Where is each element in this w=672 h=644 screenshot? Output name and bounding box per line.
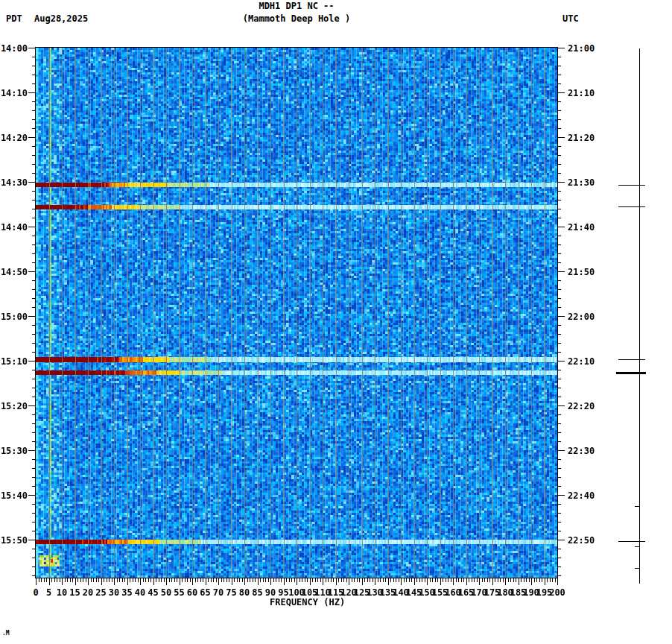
y-axis-tick-left: [32, 253, 36, 254]
y-axis-tick-left: [32, 486, 36, 487]
x-axis-tick: [545, 578, 545, 585]
page-subtitle: (Mammoth Deep Hole ): [36, 14, 557, 24]
y-axis-tick-right: [557, 83, 561, 84]
x-axis-tick: [174, 578, 175, 582]
x-axis-tick: [484, 578, 485, 582]
y-axis-tick-left: [32, 57, 36, 57]
y-axis-tick-right: [557, 343, 561, 344]
y-axis-tick-left: [32, 155, 36, 156]
x-axis-tick: [320, 578, 321, 582]
x-axis-tick: [203, 578, 203, 582]
x-axis-tick: [338, 578, 339, 582]
x-axis-tick: [70, 578, 71, 582]
y-axis-tick-right: [557, 137, 565, 138]
y-axis-tick-right: [557, 110, 561, 111]
x-axis-tick: [508, 578, 509, 582]
y-axis-tick-right: [557, 253, 561, 254]
y-axis-tick-right: [557, 361, 565, 362]
x-axis-tick: [516, 578, 516, 582]
x-axis-tick: [86, 578, 86, 582]
x-axis-tick: [60, 578, 60, 582]
x-axis-tick: [237, 578, 238, 582]
y-axis-tick-left: [32, 128, 36, 129]
y-axis-tick-right: [557, 495, 565, 496]
y-axis-tick-left: [32, 459, 36, 460]
x-axis-tick: [229, 578, 229, 582]
y-axis-tick-left: [32, 325, 36, 326]
x-axis-tick: [270, 578, 271, 585]
x-axis-tick: [211, 578, 212, 582]
x-axis-tick: [432, 578, 433, 582]
amplitude-event-mark: [635, 546, 640, 547]
y-axis-tick-right: [557, 334, 561, 335]
x-axis-tick: [422, 578, 422, 582]
y-axis-tick-left: [32, 209, 36, 209]
x-axis-tick: [315, 578, 316, 582]
x-axis-tick: [221, 578, 222, 582]
y-axis-tick-left: [32, 244, 36, 245]
x-axis-tick: [469, 578, 469, 582]
y-axis-tick-right: [557, 316, 565, 317]
y-axis-tick-left: [32, 558, 36, 558]
x-axis-tick: [440, 578, 441, 585]
x-axis-tick: [373, 578, 373, 582]
x-axis-tick: [276, 578, 276, 582]
y-axis-tick-right: [557, 227, 565, 227]
y-axis-tick-right: [557, 244, 561, 245]
y-axis-tick-right: [557, 164, 561, 165]
x-axis-tick: [242, 578, 243, 582]
x-axis-tick: [443, 578, 443, 582]
y-axis-tick-right: [557, 513, 561, 514]
x-axis-tick: [388, 578, 389, 585]
x-axis-tick: [39, 578, 39, 582]
x-axis-tick: [461, 578, 462, 582]
x-axis-tick: [341, 578, 342, 582]
y-axis-label-right: 21:00: [568, 43, 605, 54]
y-axis-tick-left: [32, 522, 36, 523]
x-axis-tick: [310, 578, 311, 585]
amplitude-trace-line: [639, 48, 640, 584]
x-axis-tick: [492, 578, 493, 585]
y-axis-tick-left: [28, 405, 36, 406]
y-axis-tick-left: [32, 504, 36, 505]
x-axis-tick: [119, 578, 120, 582]
x-axis-tick: [463, 578, 464, 582]
x-axis-tick: [88, 578, 89, 585]
x-axis-tick: [349, 578, 349, 585]
x-axis-tick: [286, 578, 287, 582]
y-axis-tick-left: [32, 289, 36, 290]
x-axis-tick: [505, 578, 506, 585]
x-axis-tick: [281, 578, 282, 582]
y-axis-tick-left: [32, 370, 36, 370]
x-axis-tick: [65, 578, 66, 582]
x-axis-tick: [265, 578, 266, 582]
x-axis-tick: [190, 578, 191, 582]
x-axis-tick: [446, 578, 446, 582]
x-axis-tick: [182, 578, 183, 582]
y-axis-tick-left: [28, 48, 36, 48]
x-axis-tick: [234, 578, 235, 582]
x-axis-tick: [550, 578, 551, 582]
x-axis-tick: [411, 578, 412, 582]
x-axis-tick: [96, 578, 97, 582]
x-axis-tick: [239, 578, 240, 582]
y-axis-label-left: 15:30: [0, 446, 28, 456]
x-axis-tick: [489, 578, 490, 582]
y-axis-tick-left: [32, 352, 36, 353]
y-axis-tick-right: [557, 504, 561, 505]
x-axis-tick: [370, 578, 370, 582]
x-axis-tick: [378, 578, 378, 582]
x-axis-tick: [213, 578, 214, 582]
y-axis-tick-right: [557, 262, 561, 263]
x-axis-tick: [328, 578, 329, 582]
y-axis-label-right: 22:30: [568, 446, 605, 456]
y-axis-label-left: 15:10: [0, 356, 28, 367]
x-axis-tick: [41, 578, 42, 582]
x-axis-tick: [482, 578, 483, 582]
y-axis-tick-right: [557, 531, 561, 531]
x-axis-tick: [232, 578, 232, 585]
amplitude-event-mark: [616, 372, 646, 374]
x-axis-tick: [307, 578, 308, 582]
y-axis-tick-left: [32, 218, 36, 218]
x-axis-tick: [409, 578, 410, 582]
